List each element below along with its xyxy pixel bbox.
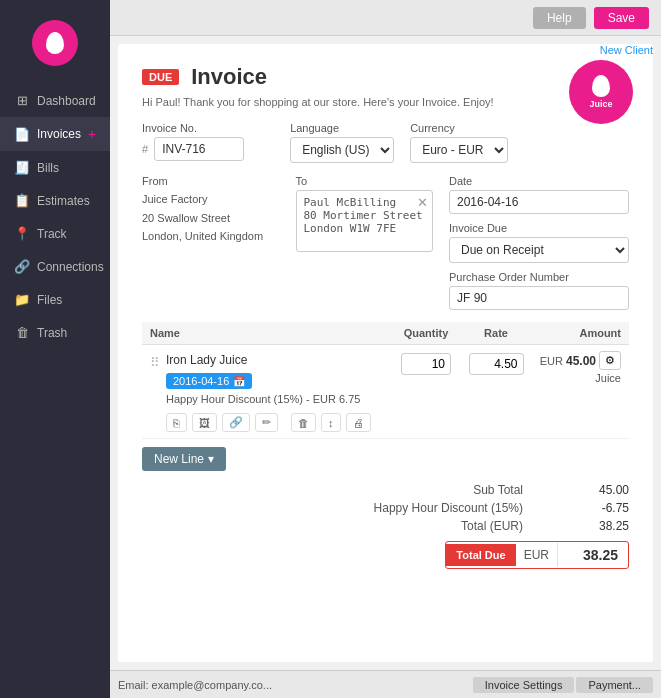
item-quantity-input[interactable] — [401, 353, 451, 375]
logo-circle — [32, 20, 78, 66]
item-rate-input[interactable] — [469, 353, 524, 375]
hash-icon: # — [142, 143, 148, 155]
invoice-due-select[interactable]: Due on Receipt — [449, 237, 629, 263]
currency-label: Currency — [410, 122, 508, 134]
sidebar-item-connections[interactable]: 🔗 Connections — [0, 250, 110, 283]
chevron-down-icon: ▾ — [208, 452, 214, 466]
language-select[interactable]: English (US) — [290, 137, 394, 163]
drag-handle-icon[interactable]: ⠿ — [150, 355, 160, 370]
sidebar-item-bills[interactable]: 🧾 Bills — [0, 151, 110, 184]
discount-row: Happy Hour Discount (15%) -6.75 — [339, 501, 629, 515]
sidebar-item-label: Estimates — [37, 194, 90, 208]
date-input[interactable] — [449, 190, 629, 214]
sidebar-item-dashboard[interactable]: ⊞ Dashboard — [0, 84, 110, 117]
currency-select[interactable]: Euro - EUR — [410, 137, 508, 163]
due-badge: DUE — [142, 69, 179, 85]
to-box: To New Client Paul McBilling 80 Mortimer… — [296, 175, 434, 310]
item-name-input[interactable] — [166, 351, 391, 369]
trash-icon: 🗑 — [14, 325, 30, 340]
help-button[interactable]: Help — [533, 7, 586, 29]
bills-icon: 🧾 — [14, 160, 30, 175]
invoice-no-input[interactable] — [154, 137, 244, 161]
item-amount-row: EUR 45.00 ⚙ — [540, 351, 621, 370]
sidebar-item-label: Bills — [37, 161, 59, 175]
sub-total-label: Sub Total — [339, 483, 539, 497]
tab-invoice-settings[interactable]: Invoice Settings — [473, 677, 575, 693]
track-icon: 📍 — [14, 226, 30, 241]
tab-payment[interactable]: Payment... — [576, 677, 653, 693]
sidebar-item-invoices[interactable]: 📄 Invoices + — [0, 117, 110, 151]
add-invoice-icon[interactable]: + — [88, 126, 96, 142]
to-area-wrapper: Paul McBilling 80 Mortimer Street London… — [296, 190, 434, 255]
item-amount-currency: EUR — [540, 355, 563, 367]
po-number-label: Purchase Order Number — [449, 271, 629, 283]
invoice-logo: Juice — [569, 60, 633, 124]
to-clear-button[interactable]: ✕ — [417, 195, 428, 210]
gear-button[interactable]: ⚙ — [599, 351, 621, 370]
delete-icon[interactable]: 🗑 — [291, 413, 316, 432]
save-button[interactable]: Save — [594, 7, 649, 29]
total-due-amount: 38.25 — [558, 542, 628, 568]
col-amount-header: Amount — [531, 327, 621, 339]
from-box: From Juice Factory20 Swallow StreetLondo… — [142, 175, 280, 310]
invoice-greeting: Hi Paul! Thank you for shopping at our s… — [142, 96, 629, 108]
sidebar-item-trash[interactable]: 🗑 Trash — [0, 316, 110, 349]
logo-drop-lg-icon — [592, 75, 610, 97]
edit-icon[interactable]: ✏ — [255, 413, 278, 432]
footer-email: Email: example@company.co... — [118, 679, 272, 691]
sidebar-item-estimates[interactable]: 📋 Estimates — [0, 184, 110, 217]
currency-col: Currency Euro - EUR — [410, 122, 508, 163]
right-fields: Date Invoice Due Due on Receipt Purchase… — [449, 175, 629, 310]
invoices-icon: 📄 — [14, 127, 30, 142]
total-row: Total (EUR) 38.25 — [339, 519, 629, 533]
total-due-label: Total Due — [446, 544, 515, 566]
invoice-logo-inner: Juice — [589, 75, 612, 109]
total-value: 38.25 — [539, 519, 629, 533]
from-to-section: From Juice Factory20 Swallow StreetLondo… — [142, 175, 629, 310]
language-col: Language English (US) — [290, 122, 394, 163]
print-icon[interactable]: 🖨 — [346, 413, 371, 432]
item-toolbar: ⎘ 🖼 🔗 ✏ 🗑 ↕ 🖨 — [166, 413, 391, 432]
po-number-input[interactable] — [449, 286, 629, 310]
item-discount-text: Happy Hour Discount (15%) - EUR 6.75 — [166, 393, 391, 405]
invoice-no-row: # — [142, 137, 244, 161]
totals-section: Sub Total 45.00 Happy Hour Discount (15%… — [142, 483, 629, 569]
totals-container: Sub Total 45.00 Happy Hour Discount (15%… — [142, 483, 629, 569]
connections-icon: 🔗 — [14, 259, 30, 274]
sub-total-row: Sub Total 45.00 — [339, 483, 629, 497]
sidebar-item-label: Files — [37, 293, 62, 307]
line-items-header: Name Quantity Rate Amount — [142, 322, 629, 345]
new-line-button[interactable]: New Line ▾ — [142, 447, 226, 471]
estimates-icon: 📋 — [14, 193, 30, 208]
to-textarea[interactable]: Paul McBilling 80 Mortimer Street London… — [296, 190, 434, 252]
date-col: Date — [449, 175, 629, 214]
image-icon[interactable]: 🖼 — [192, 413, 217, 432]
invoice-title: Invoice — [191, 64, 267, 90]
sub-total-value: 45.00 — [539, 483, 629, 497]
topbar: Help Save — [110, 0, 661, 36]
link-icon[interactable]: 🔗 — [222, 413, 250, 432]
sidebar-item-label: Track — [37, 227, 67, 241]
discount-label: Happy Hour Discount (15%) — [339, 501, 539, 515]
item-date-pill: 2016-04-16 📅 — [166, 373, 252, 389]
sidebar-logo — [0, 10, 110, 84]
item-details: 2016-04-16 📅 Happy Hour Discount (15%) -… — [166, 351, 391, 432]
col-name-header: Name — [150, 327, 391, 339]
line-items-section: Name Quantity Rate Amount ⠿ 2016-04-16 📅 — [142, 322, 629, 471]
col-rate-header: Rate — [461, 327, 531, 339]
col-qty-header: Quantity — [391, 327, 461, 339]
sidebar-item-files[interactable]: 📁 Files — [0, 283, 110, 316]
new-line-label: New Line — [154, 452, 204, 466]
copy-icon[interactable]: ⎘ — [166, 413, 187, 432]
total-label: Total (EUR) — [339, 519, 539, 533]
sidebar-item-track[interactable]: 📍 Track — [0, 217, 110, 250]
item-amount-unit: Juice — [595, 372, 621, 384]
sidebar-item-label: Dashboard — [37, 94, 96, 108]
invoice-area: DUE Invoice Juice Hi Paul! Thank you for… — [118, 44, 653, 662]
to-label: To — [296, 175, 308, 187]
table-row: ⠿ 2016-04-16 📅 Happy Hour Discount (15%)… — [142, 345, 629, 439]
discount-value: -6.75 — [539, 501, 629, 515]
sidebar-nav: ⊞ Dashboard 📄 Invoices + 🧾 Bills 📋 Estim… — [0, 84, 110, 698]
move-icon[interactable]: ↕ — [321, 413, 341, 432]
new-client-link[interactable]: New Client — [600, 44, 653, 56]
